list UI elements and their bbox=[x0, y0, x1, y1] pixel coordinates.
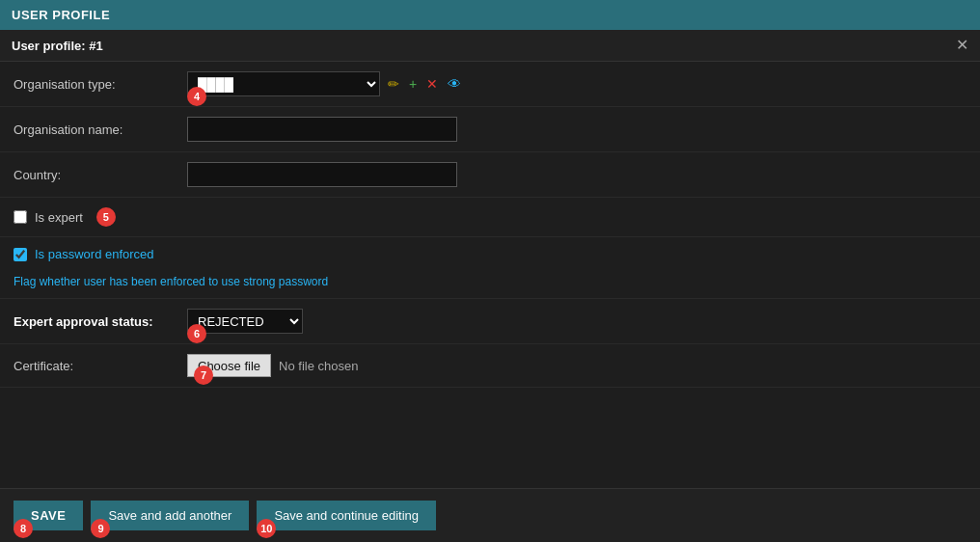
save-continue-button[interactable]: Save and continue editing bbox=[257, 501, 436, 530]
org-name-controls bbox=[187, 117, 966, 142]
page-wrapper: USER PROFILE User profile: #1 ✕ Organisa… bbox=[0, 0, 980, 542]
clear-org-type-button[interactable]: ✕ bbox=[424, 77, 440, 91]
password-hint: Flag whether user has been enforced to u… bbox=[0, 271, 980, 299]
edit-org-type-button[interactable]: ✏ bbox=[386, 77, 401, 91]
country-label: Country: bbox=[14, 168, 187, 182]
is-expert-checkbox[interactable] bbox=[14, 210, 27, 224]
panel-title: USER PROFILE bbox=[12, 8, 110, 22]
save-add-btn-wrapper: Save and add another 9 bbox=[91, 501, 249, 530]
expert-approval-select-wrapper: REJECTED APPROVED PENDING 6 bbox=[187, 309, 303, 334]
is-expert-row: Is expert 5 bbox=[0, 198, 980, 237]
badge-9: 9 bbox=[91, 519, 110, 538]
certificate-controls: Choose file No file chosen 7 bbox=[187, 354, 966, 377]
country-controls bbox=[187, 162, 966, 187]
panel-header: USER PROFILE bbox=[0, 0, 980, 30]
org-type-select-wrapper: ████ Option 1 Option 2 4 bbox=[187, 71, 380, 96]
expert-approval-row: Expert approval status: REJECTED APPROVE… bbox=[0, 299, 980, 344]
is-password-enforced-checkbox[interactable] bbox=[14, 248, 27, 261]
certificate-row: Certificate: Choose file No file chosen … bbox=[0, 344, 980, 388]
is-expert-label[interactable]: Is expert bbox=[35, 210, 83, 225]
expert-approval-controls: REJECTED APPROVED PENDING 6 bbox=[187, 309, 966, 334]
plus-icon: + bbox=[409, 76, 417, 92]
save-continue-btn-wrapper: Save and continue editing 10 bbox=[257, 501, 436, 530]
view-org-type-button[interactable]: 👁 bbox=[446, 77, 463, 91]
no-file-label: No file chosen bbox=[279, 359, 358, 373]
badge-7: 7 bbox=[194, 366, 213, 385]
org-type-label: Organisation type: bbox=[14, 77, 187, 92]
country-input[interactable] bbox=[187, 162, 457, 187]
cross-icon: ✕ bbox=[426, 76, 438, 92]
subheader-title: User profile: #1 bbox=[12, 39, 103, 53]
org-type-controls: ████ Option 1 Option 2 4 ✏ + ✕ 👁 bbox=[187, 71, 966, 96]
badge-6: 6 bbox=[187, 324, 206, 343]
org-name-input[interactable] bbox=[187, 117, 457, 142]
action-bar: SAVE 8 Save and add another 9 Save and c… bbox=[0, 488, 980, 542]
expert-approval-label: Expert approval status: bbox=[14, 314, 187, 329]
badge-10: 10 bbox=[257, 519, 276, 538]
is-password-enforced-row: Is password enforced bbox=[0, 237, 980, 271]
save-btn-wrapper: SAVE 8 bbox=[14, 501, 83, 530]
country-row: Country: bbox=[0, 152, 980, 198]
pencil-icon: ✏ bbox=[388, 76, 399, 92]
form-area: Organisation type: ████ Option 1 Option … bbox=[0, 62, 980, 488]
badge-5: 5 bbox=[96, 207, 116, 227]
badge-4: 4 bbox=[187, 87, 206, 106]
add-org-type-button[interactable]: + bbox=[407, 77, 419, 91]
org-name-row: Organisation name: bbox=[0, 107, 980, 152]
org-name-label: Organisation name: bbox=[14, 122, 187, 137]
subheader: User profile: #1 ✕ bbox=[0, 30, 980, 62]
org-type-row: Organisation type: ████ Option 1 Option … bbox=[0, 62, 980, 107]
certificate-label: Certificate: bbox=[14, 359, 187, 373]
org-type-select[interactable]: ████ Option 1 Option 2 bbox=[187, 71, 380, 96]
save-add-button[interactable]: Save and add another bbox=[91, 501, 249, 530]
badge-8: 8 bbox=[14, 519, 33, 538]
close-button[interactable]: ✕ bbox=[956, 38, 968, 53]
eye-icon: 👁 bbox=[448, 76, 461, 92]
is-password-enforced-label[interactable]: Is password enforced bbox=[35, 247, 154, 261]
